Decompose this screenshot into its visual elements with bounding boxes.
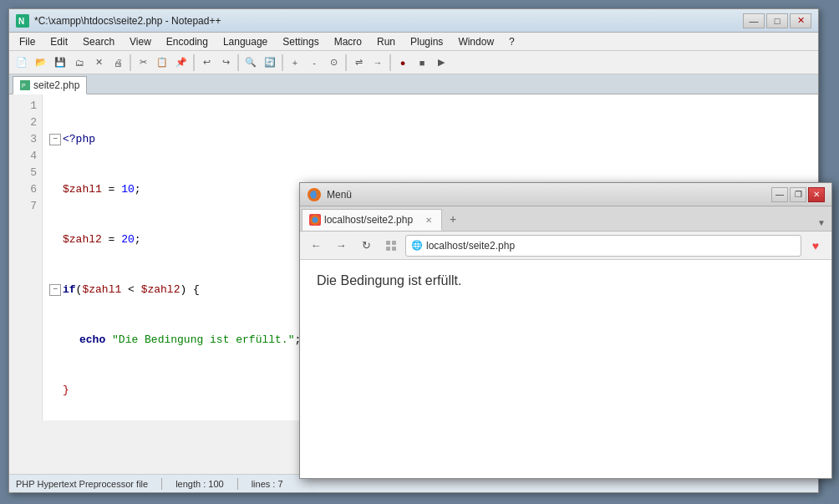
ff-tab-localhost[interactable]: localhost/seite2.php ✕: [302, 209, 442, 231]
ff-close-button[interactable]: ✕: [808, 187, 825, 202]
npp-close-button[interactable]: ✕: [790, 13, 811, 28]
ff-navbar: ← → ↻ 🌐 localhost/seite2.php ♥: [300, 232, 831, 260]
npp-toolbar: 📄 📂 💾 🗂 ✕ 🖨 ✂ 📋 📌 ↩ ↪ 🔍 🔄 + - ⊙ ⇌ → ● ■ …: [9, 51, 818, 74]
menu-file[interactable]: File: [13, 34, 42, 49]
ff-tab-close-button[interactable]: ✕: [423, 214, 435, 226]
toolbar-redo[interactable]: ↪: [216, 53, 235, 72]
npp-title: *C:\xampp\htdocs\seite2.php - Notepad++: [34, 15, 738, 27]
ff-tab-icon: [309, 214, 321, 226]
menu-window[interactable]: Window: [451, 34, 501, 49]
toolbar-indent[interactable]: →: [369, 53, 387, 72]
svg-text:P: P: [22, 83, 26, 89]
toolbar-zoomin[interactable]: +: [286, 53, 304, 72]
npp-menubar: File Edit Search View Encoding Language …: [9, 33, 818, 51]
menu-view[interactable]: View: [123, 34, 158, 49]
ff-titlebar: Menü — ❐ ✕: [300, 183, 831, 206]
line-number-2: 2: [9, 115, 42, 131]
svg-rect-11: [392, 247, 396, 251]
npp-window-controls: — □ ✕: [743, 13, 811, 28]
ff-address-text: localhost/seite2.php: [426, 240, 796, 252]
toolbar-replace[interactable]: 🔄: [261, 53, 279, 72]
toolbar-macro3[interactable]: ▶: [432, 53, 450, 72]
toolbar-wordwrap[interactable]: ⇌: [349, 53, 368, 72]
toolbar-open[interactable]: 📂: [32, 53, 50, 72]
toolbar-zoomreset[interactable]: ⊙: [324, 53, 343, 72]
ff-reload-button[interactable]: ↻: [355, 235, 377, 257]
npp-titlebar: N *C:\xampp\htdocs\seite2.php - Notepad+…: [9, 9, 818, 33]
line-numbers: 1 2 3 4 5 6 7: [9, 94, 43, 420]
toolbar-macro2[interactable]: ■: [413, 53, 431, 72]
menu-macro[interactable]: Macro: [328, 34, 369, 49]
status-length: length : 100: [175, 479, 224, 489]
npp-app-icon: N: [16, 14, 29, 28]
npp-tab-icon: P: [20, 80, 30, 90]
ff-addressbar[interactable]: 🌐 localhost/seite2.php: [405, 235, 801, 257]
toolbar-separator-4: [282, 54, 283, 71]
npp-tab-label: seite2.php: [33, 79, 79, 91]
toolbar-separator-6: [389, 54, 391, 71]
toolbar-separator-2: [193, 54, 195, 71]
ff-tab-list-button[interactable]: ▼: [815, 214, 828, 231]
toolbar-separator-3: [237, 54, 239, 71]
status-sep-1: [161, 478, 162, 490]
ff-new-tab-button[interactable]: +: [442, 210, 464, 228]
menu-search[interactable]: Search: [76, 34, 121, 49]
npp-tab-seite2[interactable]: P seite2.php: [13, 76, 87, 94]
toolbar-save[interactable]: 💾: [51, 53, 69, 72]
ff-home-button[interactable]: [380, 235, 402, 257]
toolbar-paste[interactable]: 📌: [172, 53, 191, 72]
toolbar-separator-5: [345, 54, 347, 71]
menu-run[interactable]: Run: [370, 34, 402, 49]
toolbar-close[interactable]: ✕: [89, 53, 108, 72]
npp-minimize-button[interactable]: —: [743, 13, 765, 28]
ff-maximize-button[interactable]: ❐: [790, 187, 806, 202]
ff-page-text: Die Bedingung ist erfüllt.: [317, 273, 461, 288]
toolbar-copy[interactable]: 📋: [153, 53, 171, 72]
line-number-1: 1: [9, 98, 42, 115]
npp-maximize-button[interactable]: □: [766, 13, 788, 28]
toolbar-cut[interactable]: ✂: [134, 53, 152, 72]
npp-tabbar: P seite2.php: [9, 74, 818, 94]
code-line-1: −<?php: [49, 131, 811, 148]
toolbar-saveall[interactable]: 🗂: [70, 53, 89, 72]
menu-help[interactable]: ?: [502, 34, 521, 49]
ff-window-controls: — ❐ ✕: [771, 187, 825, 202]
svg-point-7: [313, 217, 318, 223]
toolbar-zoomout[interactable]: -: [305, 53, 323, 72]
status-lines: lines : 7: [252, 479, 283, 489]
fold-icon-4[interactable]: −: [49, 284, 61, 296]
ff-minimize-button[interactable]: —: [771, 187, 788, 202]
line-number-5: 5: [9, 165, 42, 181]
ff-title: Menü: [327, 189, 766, 201]
svg-rect-9: [392, 241, 396, 245]
toolbar-macro1[interactable]: ●: [394, 53, 412, 72]
toolbar-new[interactable]: 📄: [13, 53, 31, 72]
menu-plugins[interactable]: Plugins: [404, 34, 450, 49]
menu-settings[interactable]: Settings: [276, 34, 325, 49]
ff-forward-button[interactable]: →: [330, 235, 352, 257]
line-number-6: 6: [9, 181, 42, 198]
menu-edit[interactable]: Edit: [43, 34, 74, 49]
toolbar-separator-1: [130, 54, 131, 71]
fold-icon-1[interactable]: −: [49, 134, 61, 145]
status-filetype: PHP Hypertext Preprocessor file: [16, 479, 148, 489]
toolbar-find[interactable]: 🔍: [242, 53, 260, 72]
ff-bookmark-button[interactable]: ♥: [805, 235, 826, 257]
ff-security-icon: 🌐: [411, 240, 423, 252]
line-number-7: 7: [9, 198, 42, 215]
toolbar-undo[interactable]: ↩: [197, 53, 216, 72]
svg-text:N: N: [18, 17, 24, 26]
firefox-window: Menü — ❐ ✕ localhost/seite2.php ✕ + ▼ ← …: [299, 182, 832, 479]
ff-back-button[interactable]: ←: [305, 235, 327, 257]
line-number-3: 3: [9, 131, 42, 148]
menu-language[interactable]: Language: [216, 34, 274, 49]
status-sep-2: [237, 478, 238, 490]
menu-encoding[interactable]: Encoding: [160, 34, 215, 49]
toolbar-print[interactable]: 🖨: [109, 53, 127, 72]
line-number-4: 4: [9, 148, 42, 165]
ff-tab-label: localhost/seite2.php: [324, 214, 413, 226]
svg-rect-8: [386, 241, 390, 245]
ff-tabbar-right: ▼: [464, 214, 831, 231]
svg-rect-10: [386, 247, 390, 251]
ff-tabbar: localhost/seite2.php ✕ + ▼: [300, 206, 831, 232]
